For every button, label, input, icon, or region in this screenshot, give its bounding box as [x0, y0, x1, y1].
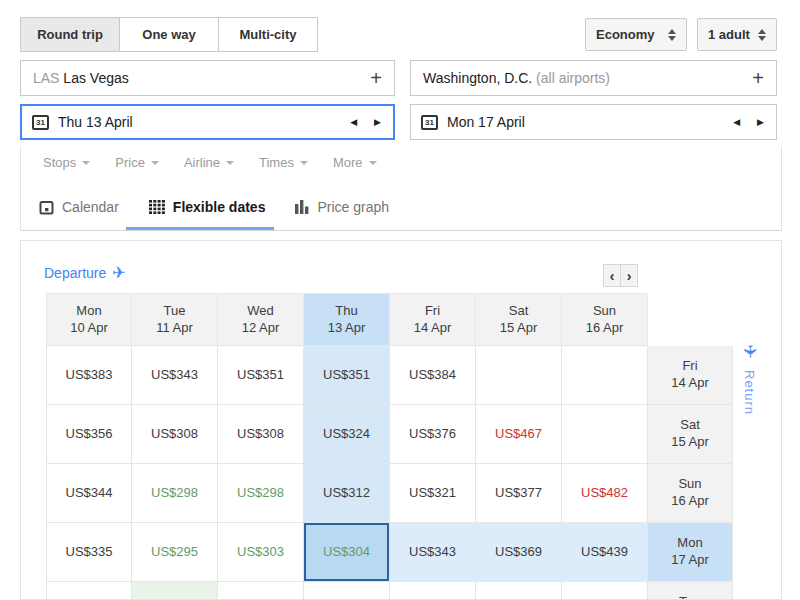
- fare-cell[interactable]: US$343: [390, 523, 476, 582]
- fare-cell[interactable]: US$369: [476, 523, 562, 582]
- plane-right-icon: ✈: [112, 263, 125, 282]
- departure-date-field[interactable]: 31 Thu 13 April ◀ ▶: [20, 104, 395, 140]
- col-header-fri-14: Fri14 Apr: [390, 293, 476, 346]
- fare-grid: Mon10 Apr Tue11 Apr Wed12 Apr Thu13 Apr …: [46, 293, 733, 600]
- trip-type-tabs: Round trip One way Multi-city: [20, 17, 318, 52]
- destination-note: (all airports): [536, 70, 610, 86]
- fare-cell[interactable]: US$351: [218, 346, 304, 405]
- col-header-thu-13-selected: Thu13 Apr: [304, 293, 390, 346]
- fare-cell-low-price[interactable]: US$298: [132, 464, 218, 523]
- matrix-pager: ‹ ›: [603, 264, 638, 287]
- calendar-icon: 31: [32, 115, 49, 130]
- fare-cell[interactable]: US$376: [390, 405, 476, 464]
- origin-field[interactable]: LAS Las Vegas +: [20, 60, 395, 96]
- tab-one-way[interactable]: One way: [119, 17, 219, 52]
- filters-panel: Stops Price Airline Times More Calendar …: [20, 146, 782, 231]
- fare-cell-empty[interactable]: [476, 346, 562, 405]
- filter-times[interactable]: Times: [255, 155, 312, 170]
- filter-more[interactable]: More: [329, 155, 381, 170]
- row-header-sun-16: Sun16 Apr: [648, 464, 733, 523]
- col-header-sun-16: Sun16 Apr: [562, 293, 648, 346]
- fare-cell-empty[interactable]: [218, 582, 304, 600]
- col-header-tue-11: Tue11 Apr: [132, 293, 218, 346]
- fare-cell[interactable]: US$308: [132, 405, 218, 464]
- fare-cell-low-price[interactable]: US$298: [218, 464, 304, 523]
- caret-down-icon: [82, 161, 90, 165]
- fare-cell[interactable]: US$344: [46, 464, 132, 523]
- origin-airport-code: LAS: [33, 70, 59, 86]
- return-date-field[interactable]: 31 Mon 17 April ◀ ▶: [410, 104, 777, 140]
- fare-cell-empty[interactable]: [562, 405, 648, 464]
- cabin-class-select[interactable]: Economy: [585, 18, 687, 51]
- fare-cell[interactable]: US$377: [476, 464, 562, 523]
- flexible-dates-matrix: Departure ✈ ‹ › Mon10 Apr Tue11 Apr Wed1…: [20, 240, 782, 600]
- passenger-select[interactable]: 1 adult: [697, 18, 777, 51]
- caret-down-icon: [226, 161, 234, 165]
- spinner-icon: [668, 29, 676, 41]
- caret-down-icon: [300, 161, 308, 165]
- fare-cell-empty[interactable]: [46, 582, 132, 600]
- tab-multi-city[interactable]: Multi-city: [218, 17, 318, 52]
- fare-cell-low-price[interactable]: US$295: [132, 523, 218, 582]
- active-tab-underline: [126, 227, 274, 230]
- return-axis-label: ✈ Return: [737, 341, 761, 415]
- fare-cell[interactable]: US$356: [46, 405, 132, 464]
- fare-cell[interactable]: US$321: [390, 464, 476, 523]
- origin-city: Las Vegas: [63, 70, 128, 86]
- tab-round-trip[interactable]: Round trip: [20, 17, 120, 52]
- fare-cell-low-price[interactable]: US$303: [218, 523, 304, 582]
- tab-calendar[interactable]: Calendar: [39, 192, 119, 222]
- filters-row: Stops Price Airline Times More: [39, 155, 381, 170]
- row-header-mon-17-selected: Mon17 Apr: [648, 523, 733, 582]
- fare-cell[interactable]: US$351: [304, 346, 390, 405]
- row-header-sat-15: Sat15 Apr: [648, 405, 733, 464]
- fare-cell-empty[interactable]: [476, 582, 562, 600]
- destination-city: Washington, D.C.: [423, 70, 532, 86]
- fare-cell-empty[interactable]: [562, 582, 648, 600]
- plane-down-icon: ✈: [739, 344, 760, 358]
- passenger-value: 1 adult: [708, 27, 750, 42]
- filter-airline[interactable]: Airline: [180, 155, 238, 170]
- calendar-icon: 31: [421, 115, 438, 130]
- spinner-icon: [758, 29, 766, 41]
- filter-stops[interactable]: Stops: [39, 155, 94, 170]
- fare-cell[interactable]: US$324: [304, 405, 390, 464]
- filter-price[interactable]: Price: [111, 155, 163, 170]
- fare-cell[interactable]: US$335: [46, 523, 132, 582]
- fare-cell-high-price[interactable]: US$467: [476, 405, 562, 464]
- fare-cell-high-price[interactable]: US$482: [562, 464, 648, 523]
- bar-chart-icon: [295, 200, 309, 214]
- departure-date-prev-icon[interactable]: ◀: [350, 117, 357, 127]
- row-header-fri-14: Fri14 Apr: [648, 346, 733, 405]
- return-date-prev-icon[interactable]: ◀: [733, 117, 740, 127]
- fare-cell[interactable]: US$308: [218, 405, 304, 464]
- fare-cell[interactable]: US$439: [562, 523, 648, 582]
- cabin-class-value: Economy: [596, 27, 655, 42]
- add-destination-icon[interactable]: +: [752, 67, 764, 90]
- fare-cell[interactable]: US$343: [132, 346, 218, 405]
- return-date-next-icon[interactable]: ▶: [757, 117, 764, 127]
- view-tabs: Calendar Flexible dates Price graph: [39, 192, 389, 222]
- fare-cell[interactable]: US$384: [390, 346, 476, 405]
- destination-field[interactable]: Washington, D.C. (all airports) +: [410, 60, 777, 96]
- departure-date-value: Thu 13 April: [58, 114, 133, 130]
- fare-cell[interactable]: US$383: [46, 346, 132, 405]
- fare-cell[interactable]: US$312: [304, 464, 390, 523]
- col-header-mon-10: Mon10 Apr: [46, 293, 132, 346]
- add-origin-icon[interactable]: +: [370, 67, 382, 90]
- col-header-wed-12: Wed12 Apr: [218, 293, 304, 346]
- tab-price-graph[interactable]: Price graph: [295, 192, 389, 222]
- return-date-value: Mon 17 April: [447, 114, 525, 130]
- tab-flexible-dates[interactable]: Flexible dates: [149, 192, 266, 222]
- pager-prev-button[interactable]: ‹: [603, 264, 621, 287]
- row-header-tue-18: Tue18 Apr: [648, 582, 733, 600]
- departure-date-next-icon[interactable]: ▶: [374, 117, 381, 127]
- caret-down-icon: [151, 161, 159, 165]
- caret-down-icon: [369, 161, 377, 165]
- fare-cell-empty[interactable]: [562, 346, 648, 405]
- fare-cell-empty[interactable]: [132, 582, 218, 600]
- fare-cell-empty[interactable]: [304, 582, 390, 600]
- fare-cell-selected[interactable]: US$304: [304, 523, 390, 582]
- pager-next-button[interactable]: ›: [620, 264, 638, 287]
- fare-cell-empty[interactable]: [390, 582, 476, 600]
